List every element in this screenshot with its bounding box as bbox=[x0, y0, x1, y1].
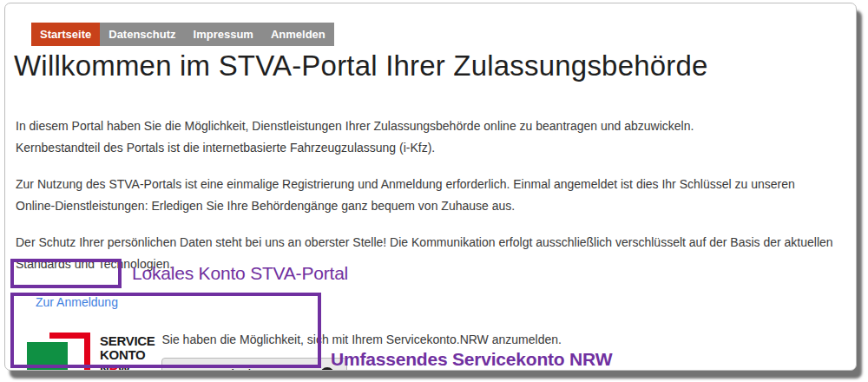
page-title: Willkommen im STVA-Portal Ihrer Zulassun… bbox=[14, 49, 856, 82]
nav-tab-datenschutz[interactable]: Datenschutz bbox=[100, 23, 184, 46]
servicekonto-nrw-logo: SERVICE KONTO NRW bbox=[27, 333, 155, 371]
logo-line-konto: KONTO bbox=[100, 348, 155, 362]
logo-green-square bbox=[27, 342, 68, 371]
intro-paragraph-1: In diesem Portal haben Sie die Möglichke… bbox=[16, 115, 856, 159]
logo-line-nrw: NRW bbox=[100, 362, 155, 371]
nav-tab-startseite[interactable]: Startseite bbox=[31, 23, 100, 46]
servicekonto-description: Sie haben die Möglichkeit, sich mit Ihre… bbox=[161, 333, 561, 346]
intro-paragraph-2: Zur Nutzung des STVA-Portals ist eine ei… bbox=[16, 174, 856, 217]
zum-servicekonto-button[interactable]: Zum Servicekonto.NRW bbox=[161, 358, 347, 371]
annotation-label-service-account: Umfassendes Servicekonto NRW bbox=[331, 349, 612, 370]
nav-tab-anmelden[interactable]: Anmelden bbox=[262, 23, 334, 46]
servicekonto-logo-mark bbox=[27, 333, 98, 371]
login-link-row: Zur Anmeldung bbox=[36, 294, 856, 310]
logo-nrw-r: R bbox=[109, 361, 118, 371]
logo-wordmark: SERVICE KONTO NRW bbox=[100, 334, 155, 371]
nav-tab-impressum[interactable]: Impressum bbox=[185, 23, 262, 46]
zum-servicekonto-button-label: Zum Servicekonto.NRW bbox=[174, 366, 314, 371]
top-navigation: Startseite Datenschutz Impressum Anmelde… bbox=[31, 23, 334, 46]
screenshot-frame: Startseite Datenschutz Impressum Anmelde… bbox=[4, 3, 857, 371]
zur-anmeldung-link[interactable]: Zur Anmeldung bbox=[36, 295, 118, 309]
logo-line-service: SERVICE bbox=[100, 334, 155, 348]
annotation-label-local-account: Lokales Konto STVA-Portal bbox=[132, 263, 348, 284]
logo-nrw-w: W bbox=[118, 361, 130, 371]
logo-nrw-n: N bbox=[100, 361, 109, 371]
